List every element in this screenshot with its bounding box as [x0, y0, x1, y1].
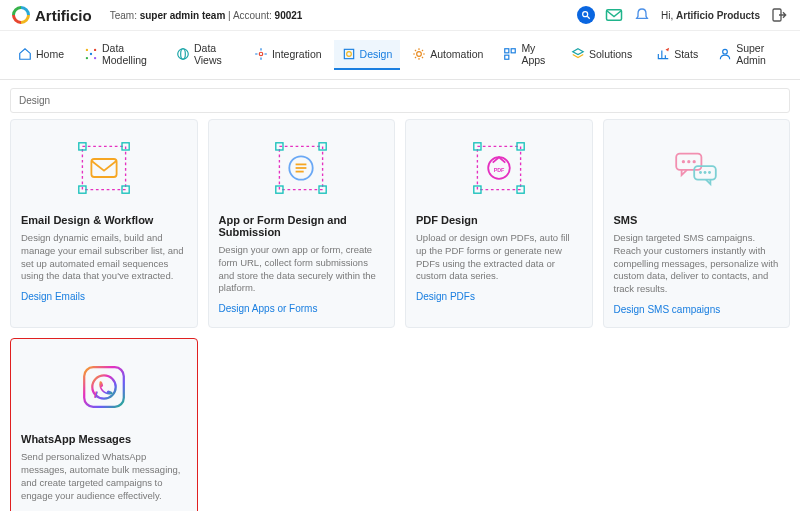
svg-point-6	[90, 53, 92, 55]
nav-home[interactable]: Home	[10, 40, 72, 70]
svg-point-44	[693, 160, 696, 163]
svg-point-8	[94, 57, 96, 59]
card-title: PDF Design	[416, 214, 582, 226]
account-label: | Account:	[225, 10, 274, 21]
top-right-controls: Hi, Artificio Products	[577, 6, 788, 24]
nav-super-admin[interactable]: Super Admin	[710, 35, 790, 75]
card-link-design-pdfs[interactable]: Design PDFs	[416, 291, 582, 302]
card-desc: Design your own app or form, create form…	[219, 244, 385, 295]
nav-super-admin-label: Super Admin	[736, 42, 782, 66]
card-link-design-emails[interactable]: Design Emails	[21, 291, 187, 302]
svg-point-14	[417, 52, 422, 57]
nav-my-apps[interactable]: My Apps	[495, 35, 559, 75]
card-title: Email Design & Workflow	[21, 214, 187, 226]
svg-point-46	[699, 171, 702, 174]
nav-integration[interactable]: Integration	[246, 40, 330, 70]
nav-stats[interactable]: Stats	[648, 40, 706, 70]
nav-design[interactable]: Design	[334, 40, 401, 70]
greeting: Hi, Artificio Products	[661, 10, 760, 21]
brand-logo[interactable]: Artificio	[12, 6, 92, 24]
integration-icon	[254, 47, 268, 61]
svg-point-11	[259, 52, 263, 56]
nav-data-views-label: Data Views	[194, 42, 234, 66]
svg-point-13	[346, 52, 351, 57]
bell-icon[interactable]	[633, 6, 651, 24]
card-desc: Design targeted SMS campaigns. Reach you…	[614, 232, 780, 296]
svg-point-43	[687, 160, 690, 163]
svg-point-5	[94, 49, 96, 51]
card-title: WhatsApp Messages	[21, 433, 187, 445]
form-design-icon	[274, 141, 328, 195]
nodes-icon	[84, 47, 98, 61]
mail-icon[interactable]	[605, 6, 623, 24]
svg-point-9	[178, 49, 189, 60]
card-icon-wrap: PDF	[416, 130, 582, 206]
card-desc: Send personalized WhatsApp messages, aut…	[21, 451, 187, 502]
nav-stats-label: Stats	[674, 48, 698, 60]
nav-automation[interactable]: Automation	[404, 40, 491, 70]
nav-data-modelling-label: Data Modelling	[102, 42, 156, 66]
globe-icon	[176, 47, 190, 61]
main-nav: Home Data Modelling Data Views Integrati…	[0, 31, 800, 80]
admin-icon	[718, 47, 732, 61]
logout-icon[interactable]	[770, 6, 788, 24]
card-title: App or Form Design and Submission	[219, 214, 385, 238]
svg-line-1	[587, 16, 590, 19]
nav-data-modelling[interactable]: Data Modelling	[76, 35, 164, 75]
svg-point-7	[86, 57, 88, 59]
nav-design-label: Design	[360, 48, 393, 60]
card-icon-wrap	[219, 130, 385, 206]
design-cards-grid: Email Design & Workflow Design dynamic e…	[0, 119, 800, 511]
svg-rect-24	[91, 159, 116, 177]
svg-point-42	[682, 160, 685, 163]
svg-rect-16	[512, 49, 516, 53]
email-design-icon	[77, 141, 131, 195]
nav-automation-label: Automation	[430, 48, 483, 60]
greeting-prefix: Hi,	[661, 10, 676, 21]
stats-icon	[656, 47, 670, 61]
card-link-design-forms[interactable]: Design Apps or Forms	[219, 303, 385, 314]
gear-icon	[412, 47, 426, 61]
breadcrumb: Design	[10, 88, 790, 113]
card-icon-wrap	[21, 130, 187, 206]
greeting-name: Artificio Products	[676, 10, 760, 21]
layers-icon	[571, 47, 585, 61]
card-link-design-sms[interactable]: Design SMS campaigns	[614, 304, 780, 315]
svg-rect-17	[505, 55, 509, 59]
svg-point-48	[708, 171, 711, 174]
nav-integration-label: Integration	[272, 48, 322, 60]
card-title: SMS	[614, 214, 780, 226]
svg-rect-19	[82, 146, 125, 189]
svg-point-47	[704, 171, 707, 174]
nav-data-views[interactable]: Data Views	[168, 35, 242, 75]
account-id: 90021	[275, 10, 303, 21]
card-whatsapp-design[interactable]: WhatsApp Messages Send personalized What…	[10, 338, 198, 511]
nav-solutions-label: Solutions	[589, 48, 632, 60]
svg-rect-49	[84, 367, 124, 407]
design-icon	[342, 47, 356, 61]
card-icon-wrap	[21, 349, 187, 425]
card-sms-design[interactable]: SMS Design targeted SMS campaigns. Reach…	[603, 119, 791, 328]
team-name: super admin team	[140, 10, 226, 21]
svg-point-10	[181, 49, 186, 60]
nav-solutions[interactable]: Solutions	[563, 40, 640, 70]
svg-rect-15	[505, 49, 509, 53]
search-icon[interactable]	[577, 6, 595, 24]
sms-design-icon	[669, 141, 723, 195]
svg-rect-2	[607, 10, 622, 21]
pdf-design-icon: PDF	[472, 141, 526, 195]
svg-point-18	[723, 49, 728, 54]
card-email-design[interactable]: Email Design & Workflow Design dynamic e…	[10, 119, 198, 328]
card-desc: Design dynamic emails, build and manage …	[21, 232, 187, 283]
svg-text:PDF: PDF	[493, 167, 504, 173]
card-pdf-design[interactable]: PDF PDF Design Upload or design own PDFs…	[405, 119, 593, 328]
team-label: Team:	[110, 10, 140, 21]
team-account-info: Team: super admin team | Account: 90021	[110, 10, 303, 21]
top-bar: Artificio Team: super admin team | Accou…	[0, 0, 800, 31]
svg-point-0	[583, 12, 588, 17]
card-form-design[interactable]: App or Form Design and Submission Design…	[208, 119, 396, 328]
svg-point-4	[86, 49, 88, 51]
whatsapp-design-icon	[77, 360, 131, 414]
card-desc: Upload or design own PDFs, auto fill up …	[416, 232, 582, 283]
brand-name: Artificio	[35, 7, 92, 24]
